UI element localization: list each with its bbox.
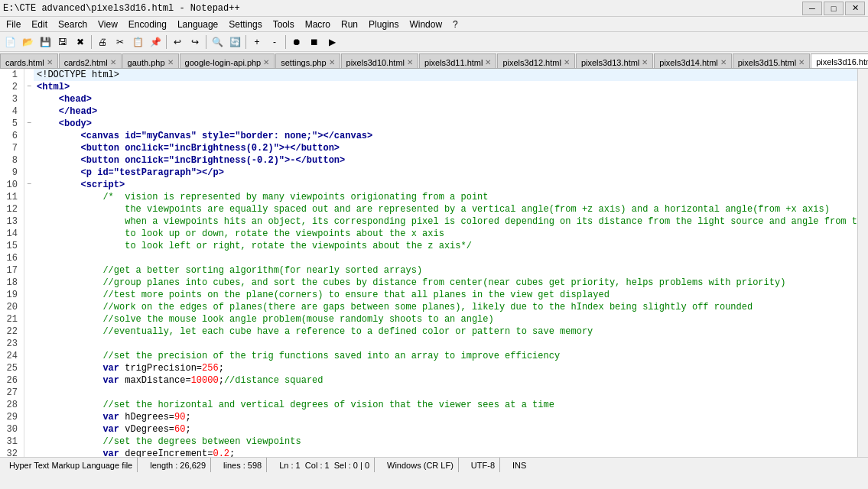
save-all-button[interactable]: 🖫 [54,34,71,50]
code-line: <!DOCTYPE html> [34,69,857,81]
tab-close-icon[interactable]: ✕ [564,58,570,66]
fold-button[interactable] [24,93,34,105]
tab-close-icon[interactable]: ✕ [485,58,491,66]
line-number: 29 [0,411,21,423]
tab-pixels3d12-html[interactable]: pixels3d12.html✕ [497,53,574,69]
macro-play-button[interactable]: ▶ [323,34,340,50]
tab-close-icon[interactable]: ✕ [798,58,805,66]
copy-button[interactable]: 📋 [129,34,146,50]
fold-button[interactable] [24,105,34,118]
fold-button[interactable] [24,215,34,228]
fold-button[interactable] [24,289,34,301]
fold-col: −−− [24,69,34,457]
tab-close-icon[interactable]: ✕ [720,58,727,66]
close-button[interactable]: ✕ [845,2,865,15]
tab-gauth-php[interactable]: gauth.php✕ [122,53,179,69]
tab-close-icon[interactable]: ✕ [329,58,335,66]
tab-label: pixels3d13.html [581,58,639,67]
fold-button[interactable] [24,411,34,423]
macro-stop-button[interactable]: ⏹ [306,34,323,50]
fold-button[interactable] [24,387,34,399]
toolbar-sep-1 [91,35,92,49]
menu-item-view[interactable]: View [93,18,122,31]
save-button[interactable]: 💾 [37,34,54,50]
new-button[interactable]: 📄 [2,34,18,50]
vertical-scrollbar[interactable] [857,69,868,457]
fold-button[interactable] [24,228,34,240]
tab-close-icon[interactable]: ✕ [407,58,413,66]
macro-record-button[interactable]: ⏺ [288,34,305,50]
menu-item-edit[interactable]: Edit [27,18,52,31]
fold-button[interactable] [24,325,34,338]
fold-button[interactable] [24,252,34,264]
cut-button[interactable]: ✂ [112,34,128,50]
fold-button[interactable] [24,191,34,203]
tab-pixels3d16-html[interactable]: pixels3d16.html✕ [811,53,868,69]
fold-button[interactable] [24,167,34,179]
tab-close-icon[interactable]: ✕ [47,58,53,66]
menu-item-encoding[interactable]: Encoding [124,18,171,31]
fold-button[interactable] [24,374,34,387]
menu-item-settings[interactable]: Settings [224,18,266,31]
open-button[interactable]: 📂 [19,34,36,50]
paste-button[interactable]: 📌 [147,34,164,50]
fold-button[interactable]: − [24,81,34,93]
menu-item-run[interactable]: Run [336,18,362,31]
menu-item-file[interactable]: File [2,18,25,31]
fold-button[interactable] [24,436,34,448]
tab-close-icon[interactable]: ✕ [263,58,269,66]
fold-button[interactable] [24,154,34,167]
menu-item-plugins[interactable]: Plugins [364,18,403,31]
tab-pixels3d11-html[interactable]: pixels3d11.html✕ [419,53,496,69]
fold-button[interactable] [24,362,34,374]
minimize-button[interactable]: ─ [802,2,822,15]
code-line: //solve the mouse look angle problem(mou… [34,313,857,325]
tab-close-icon[interactable]: ✕ [642,58,648,66]
find-button[interactable]: 🔍 [209,34,226,50]
menu-item-window[interactable]: Window [405,18,447,31]
fold-button[interactable] [24,399,34,411]
fold-button[interactable] [24,264,34,277]
menu-item-?[interactable]: ? [448,18,463,31]
close-button2[interactable]: ✖ [72,34,89,50]
fold-button[interactable] [24,338,34,350]
tab-settings-php[interactable]: settings.php✕ [275,53,340,69]
fold-button[interactable] [24,448,34,457]
fold-button[interactable] [24,277,34,289]
tab-cards2-html[interactable]: cards2.html✕ [59,53,122,69]
code-line: //work on the edges of planes(there are … [34,301,857,313]
print-button[interactable]: 🖨 [94,34,111,50]
tab-close-icon[interactable]: ✕ [167,58,174,66]
tab-pixels3d10-html[interactable]: pixels3d10.html✕ [341,53,418,69]
undo-button[interactable]: ↩ [169,34,186,50]
fold-button[interactable] [24,130,34,142]
fold-button[interactable] [24,203,34,215]
menu-item-macro[interactable]: Macro [301,18,335,31]
tab-close-icon[interactable]: ✕ [110,58,116,66]
tab-pixels3d13-html[interactable]: pixels3d13.html✕ [576,53,653,69]
line-number: 9 [0,167,21,179]
fold-button[interactable] [24,350,34,362]
menu-item-tools[interactable]: Tools [268,18,299,31]
menu-item-language[interactable]: Language [173,18,223,31]
fold-button[interactable] [24,423,34,436]
zoom-in-button[interactable]: + [249,34,265,50]
zoom-out-button[interactable]: - [266,34,283,50]
tab-pixels3d15-html[interactable]: pixels3d15.html✕ [733,53,810,69]
fold-button[interactable] [24,313,34,325]
fold-button[interactable] [24,301,34,313]
tab-google-login-api-php[interactable]: google-login-api.php✕ [180,53,275,69]
code-area[interactable]: <!DOCTYPE html><html> <head> </head> <bo… [34,69,857,457]
tab-cards-html[interactable]: cards.html✕ [0,53,58,69]
replace-button[interactable]: 🔄 [226,34,243,50]
line-number: 25 [0,362,21,374]
redo-button[interactable]: ↪ [187,34,203,50]
menu-item-search[interactable]: Search [54,18,92,31]
fold-button[interactable]: − [24,118,34,130]
maximize-button[interactable]: □ [824,2,844,15]
fold-button[interactable] [24,69,34,81]
tab-pixels3d14-html[interactable]: pixels3d14.html✕ [654,53,731,69]
fold-button[interactable] [24,142,34,154]
fold-button[interactable]: − [24,179,34,191]
fold-button[interactable] [24,240,34,252]
